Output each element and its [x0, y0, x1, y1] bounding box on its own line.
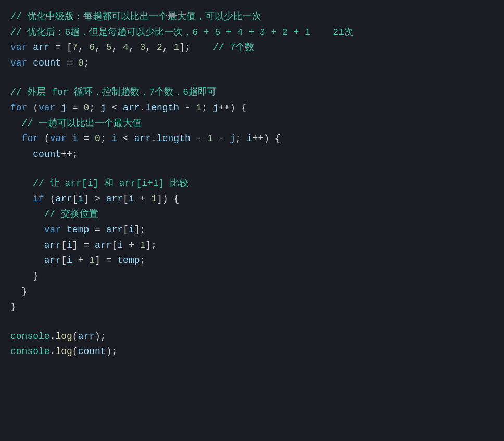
i-plus-1-assign: i	[117, 238, 123, 254]
var-count: count	[33, 56, 61, 71]
num-6: 6	[89, 40, 95, 56]
i-in-swap: i	[67, 253, 72, 269]
empty-line-3	[10, 315, 494, 329]
code-line-15: var temp = arr [ i ];	[10, 222, 494, 238]
code-line-20: }	[10, 299, 494, 315]
var-i-inc: i	[247, 131, 253, 147]
code-line-14: // 交换位置	[10, 207, 494, 222]
num-1-if: 1	[151, 192, 157, 207]
keyword-var-j: var	[39, 100, 55, 116]
code-line-1: // 优化中级版：每趟都可以比出一个最大值，可以少比一次	[10, 9, 494, 25]
comment-swap: // 交换位置	[44, 207, 98, 222]
arr-log: arr	[78, 329, 95, 345]
empty-line-1	[10, 71, 494, 85]
code-line-22: console . log ( arr );	[10, 329, 494, 345]
code-line-2: // 优化后：6趟，但是每趟可以少比一次，6 + 5 + 4 + 3 + 2 +…	[10, 25, 494, 41]
code-line-18: }	[10, 269, 494, 284]
arr-i: arr	[55, 192, 72, 207]
arr-i-temp: arr	[106, 222, 123, 238]
num-5: 5	[106, 40, 112, 56]
count-log: count	[78, 344, 106, 360]
comment-1: // 优化中级版：每趟都可以比出一个最大值，可以少比一次	[10, 9, 261, 25]
code-line-13: if ( arr [ i ] > arr [ i + 1 ]) {	[10, 192, 494, 207]
comment-compare: // 让 arr[i] 和 arr[i+1] 比较	[33, 176, 188, 192]
i-temp: i	[129, 222, 134, 238]
num-1-outer: 1	[196, 100, 202, 116]
inline-comment-7: // 7个数	[213, 40, 254, 56]
arr-i1: arr	[106, 192, 123, 207]
code-line-19: }	[10, 284, 494, 300]
length-prop-outer: length	[145, 100, 179, 116]
comment-2: // 优化后：6趟，但是每趟可以少比一次，6 + 5 + 4 + 3 + 2 +…	[10, 25, 354, 41]
code-line-23: console . log ( count );	[10, 344, 494, 360]
num-0-j: 0	[83, 100, 89, 116]
num-3: 3	[140, 40, 146, 56]
var-j-in-inner: j	[230, 131, 235, 147]
i-plus-1-if: i	[129, 192, 134, 207]
arr-i1-temp-assign: arr	[44, 253, 61, 269]
var-j-cond: j	[100, 100, 106, 116]
num-1: 1	[173, 40, 179, 56]
num-1-assign: 1	[140, 238, 146, 254]
keyword-for-outer: for	[10, 100, 27, 116]
arr-length-inner: arr	[134, 131, 151, 147]
var-j-inc: j	[213, 100, 219, 116]
var-j: j	[61, 100, 67, 116]
num-0-i: 0	[95, 131, 100, 147]
keyword-for-inner: for	[22, 131, 39, 147]
arr-i1-assign: arr	[95, 238, 111, 254]
keyword-var-arr: var	[10, 40, 27, 56]
code-line-16: arr [ i ] = arr [ i + 1 ];	[10, 238, 494, 254]
empty-line-2	[10, 162, 494, 176]
code-line-12: // 让 arr[i] 和 arr[i+1] 比较	[10, 176, 494, 192]
num-1-inner: 1	[207, 131, 213, 147]
code-line-9: for ( var i = 0 ; i < arr . length - 1 -…	[10, 131, 494, 147]
code-line-6: // 外层 for 循环，控制趟数，7个数，6趟即可	[10, 85, 494, 100]
log-method-count: log	[55, 344, 72, 360]
keyword-var-i: var	[50, 131, 67, 147]
code-line-4: var count = 0 ;	[10, 56, 494, 71]
num-1-swap: 1	[89, 253, 95, 269]
code-line-3: var arr = [ 7 , 6 , 5 , 4 , 3 , 2 , 1 ];…	[10, 40, 494, 56]
console-log-arr: console	[10, 329, 50, 345]
num-2: 2	[157, 40, 162, 56]
console-log-count: console	[10, 344, 50, 360]
keyword-if: if	[33, 192, 44, 207]
var-count-inc: count	[33, 147, 61, 162]
num-4: 4	[123, 40, 129, 56]
var-i-cond: i	[111, 131, 117, 147]
i-assign: i	[67, 238, 72, 254]
code-line-8: // 一趟可以比出一个最大值	[10, 116, 494, 132]
arr-i-assign: arr	[44, 238, 61, 254]
keyword-var-count: var	[10, 56, 27, 71]
temp-assign: temp	[117, 253, 140, 269]
var-temp: temp	[67, 222, 89, 238]
comment-one-pass: // 一趟可以比出一个最大值	[22, 116, 142, 132]
code-line-17: arr [ i + 1 ] = temp ;	[10, 253, 494, 269]
comment-outer-for: // 外层 for 循环，控制趟数，7个数，6趟即可	[10, 85, 217, 100]
code-line-10: count ++;	[10, 147, 494, 162]
i-in-if: i	[78, 192, 84, 207]
var-i: i	[72, 131, 78, 147]
code-line-7: for ( var j = 0 ; j < arr . length - 1 ;…	[10, 100, 494, 116]
keyword-var-temp: var	[44, 222, 61, 238]
num-7: 7	[72, 40, 78, 56]
var-arr: arr	[33, 40, 49, 56]
num-zero: 0	[78, 56, 84, 71]
arr-length-outer: arr	[123, 100, 140, 116]
length-prop-inner: length	[157, 131, 191, 147]
code-editor: // 优化中级版：每趟都可以比出一个最大值，可以少比一次 // 优化后：6趟，但…	[0, 0, 504, 441]
log-method-arr: log	[55, 329, 72, 345]
